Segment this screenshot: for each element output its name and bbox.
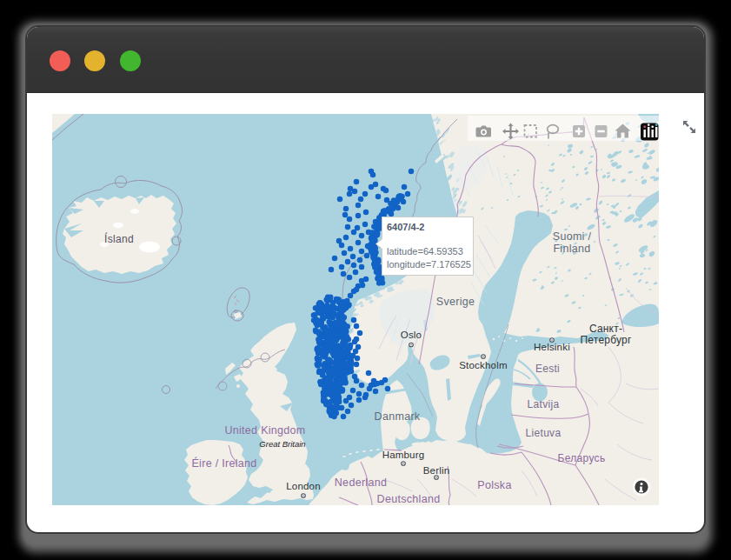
svg-text:6407/4-2: 6407/4-2 [387,222,424,232]
svg-text:Eesti: Eesti [535,363,560,375]
svg-text:Polska: Polska [477,479,511,491]
svg-text:Sverige: Sverige [436,296,475,308]
svg-text:London: London [286,481,321,491]
svg-text:Hamburg: Hamburg [382,450,425,460]
svg-text:Great Britain: Great Britain [259,439,305,449]
svg-text:Oslo: Oslo [401,330,422,340]
svg-text:Suomi /: Suomi / [553,230,592,243]
svg-text:Éire / Ireland: Éire / Ireland [191,457,256,470]
svg-text:Danmark: Danmark [375,410,421,423]
svg-text:Санкт-: Санкт- [589,323,622,335]
svg-text:Lietuva: Lietuva [526,427,562,439]
svg-text:latitude=64.59353: latitude=64.59353 [387,246,463,257]
svg-text:Nederland: Nederland [335,477,387,489]
svg-text:Ísland: Ísland [104,232,134,245]
svg-text:Berlin: Berlin [423,465,450,476]
svg-text:Deutschland: Deutschland [377,493,441,505]
svg-text:Беларусь: Беларусь [558,452,606,464]
svg-text:Stockholm: Stockholm [459,360,508,370]
svg-text:Helsinki: Helsinki [534,342,570,352]
svg-text:United Kingdom: United Kingdom [224,424,305,437]
svg-text:longitude=7.176525: longitude=7.176525 [387,259,471,270]
svg-text:Latvija: Latvija [528,398,560,410]
svg-text:Петербург: Петербург [581,334,632,346]
svg-text:Finland: Finland [553,243,590,255]
